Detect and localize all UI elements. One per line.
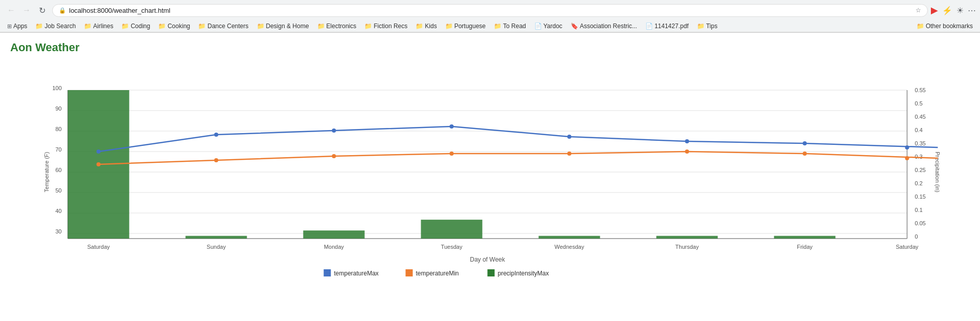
- y-right-0.40: 0.4: [915, 127, 923, 133]
- weather-chart-svg: 100 90 80 70 60 50 40 30 Temperature (F): [10, 65, 970, 280]
- legend-color-precip: [488, 269, 495, 276]
- folder-icon: 📁: [416, 23, 423, 30]
- bookmark-label: Portuguese: [454, 23, 486, 30]
- y-right-0.10: 0.1: [915, 207, 923, 213]
- temp-max-dot-thu: [685, 139, 689, 143]
- chart-container: 100 90 80 70 60 50 40 30 Temperature (F): [10, 65, 970, 281]
- menu-icon[interactable]: ⋯: [968, 6, 976, 15]
- x-label-mon: Monday: [324, 244, 344, 250]
- y-left-40: 40: [55, 208, 61, 214]
- y-right-0.05: 0.05: [915, 220, 926, 226]
- temp-min-dot-tue: [450, 152, 454, 156]
- browser-actions: ▶ ⚡ ☀ ⋯: [931, 5, 976, 16]
- temp-min-dot-sat2: [905, 156, 909, 160]
- bookmark-design-home[interactable]: 📁 Design & Home: [254, 22, 312, 31]
- x-label-sun: Sunday: [207, 244, 226, 250]
- page-icon: 📄: [534, 23, 542, 30]
- page-title: Aon Weather: [10, 41, 970, 54]
- bookmark-to-read[interactable]: 📁 To Read: [491, 22, 529, 31]
- bookmark-other[interactable]: 📁 Other bookmarks: [913, 22, 976, 31]
- address-bar-input[interactable]: [69, 7, 912, 14]
- address-bar-actions: ☆: [916, 7, 921, 14]
- bookmark-electronics[interactable]: 📁 Electronics: [314, 22, 360, 31]
- temp-min-dot-wed: [568, 152, 572, 156]
- y-right-0.45: 0.45: [915, 114, 926, 120]
- precip-bar-sunday: [186, 236, 247, 239]
- folder-icon: 📁: [917, 23, 924, 30]
- bookmark-yardoc[interactable]: 📄 Yardoc: [531, 22, 565, 31]
- cast-icon[interactable]: ☀: [956, 6, 964, 15]
- y-right-0.50: 0.5: [915, 100, 923, 106]
- bookmark-dance-centers[interactable]: 📁 Dance Centers: [195, 22, 251, 31]
- profile-icon[interactable]: ▶: [931, 5, 938, 16]
- bookmark-kids[interactable]: 📁 Kids: [412, 22, 440, 31]
- x-label-sat1: Saturday: [87, 244, 110, 250]
- y-left-80: 80: [55, 126, 61, 132]
- y-right-0.20: 0.2: [915, 180, 923, 186]
- y-right-0.25: 0.25: [915, 167, 926, 173]
- nav-buttons: ← → ↻: [4, 3, 49, 17]
- temp-max-dot-fri: [803, 141, 807, 145]
- bookmark-icon: 🔖: [571, 23, 578, 30]
- y-left-50: 50: [55, 187, 61, 194]
- browser-chrome: ← → ↻ 🔒 ☆ ▶ ⚡ ☀ ⋯ ⊞ Apps 📁 Job Search: [0, 0, 980, 33]
- y-right-0.35: 0.35: [915, 140, 926, 146]
- temp-min-dot-sun: [214, 158, 219, 162]
- bookmark-apps[interactable]: ⊞ Apps: [4, 22, 30, 31]
- bookmark-pdf[interactable]: 📄 1141427.pdf: [642, 22, 692, 31]
- bookmark-fiction-recs[interactable]: 📁 Fiction Recs: [361, 22, 410, 31]
- x-label-sat2: Saturday: [896, 244, 919, 250]
- bookmark-association[interactable]: 🔖 Association Restric...: [568, 22, 640, 31]
- bookmark-label: Coding: [130, 23, 150, 30]
- bookmark-label: Apps: [13, 23, 27, 30]
- bookmark-label: Job Search: [45, 23, 76, 30]
- temp-min-dot-mon: [332, 154, 336, 158]
- bookmark-label: Airlines: [93, 23, 113, 30]
- bookmark-label: Electronics: [326, 23, 357, 30]
- folder-icon: 📁: [317, 23, 325, 30]
- temp-max-line: [99, 126, 938, 152]
- folder-icon: 📁: [494, 23, 502, 30]
- address-bar-container: 🔒 ☆: [52, 4, 928, 17]
- legend-label-precip: precipIntensityMax: [498, 270, 549, 277]
- y-right-0.55: 0.55: [915, 87, 926, 93]
- temp-min-dot-sat: [97, 162, 101, 166]
- y-left-30: 30: [55, 228, 61, 234]
- bookmark-label: Design & Home: [266, 23, 309, 30]
- bookmark-label: Cooking: [167, 23, 190, 30]
- bookmark-coding[interactable]: 📁 Coding: [118, 22, 153, 31]
- temp-max-dot-sat: [97, 149, 101, 154]
- reload-button[interactable]: ↻: [35, 3, 49, 17]
- y-left-60: 60: [55, 167, 61, 173]
- bookmark-airlines[interactable]: 📁 Airlines: [81, 22, 116, 31]
- y-axis-left-label: Temperature (F): [43, 152, 50, 192]
- y-right-0: 0: [915, 233, 918, 240]
- temp-max-dot-sat2: [905, 145, 909, 149]
- pdf-icon: 📄: [645, 23, 653, 30]
- temp-max-dot-wed: [568, 135, 572, 139]
- bookmark-cooking[interactable]: 📁 Cooking: [155, 22, 193, 31]
- folder-icon: 📁: [158, 23, 166, 30]
- bookmarks-bar: ⊞ Apps 📁 Job Search 📁 Airlines 📁 Coding …: [0, 20, 980, 32]
- folder-icon: 📁: [84, 23, 92, 30]
- bookmark-tips[interactable]: 📁 Tips: [694, 22, 721, 31]
- bookmark-job-search[interactable]: 📁 Job Search: [32, 22, 79, 31]
- y-left-90: 90: [55, 105, 61, 112]
- y-left-100: 100: [52, 85, 61, 91]
- legend-color-tempmin: [406, 269, 413, 276]
- bookmark-label: Yardoc: [543, 23, 562, 30]
- x-label-fri: Friday: [797, 244, 813, 250]
- x-label-wed: Wednesday: [555, 244, 584, 250]
- folder-icon: 📁: [364, 23, 372, 30]
- precip-bar-monday: [303, 230, 365, 239]
- back-button[interactable]: ←: [4, 3, 18, 17]
- x-label-thu: Thursday: [676, 244, 699, 250]
- bookmark-portuguese[interactable]: 📁 Portuguese: [442, 22, 489, 31]
- x-label-tue: Tuesday: [441, 244, 463, 250]
- star-icon[interactable]: ☆: [916, 7, 921, 14]
- forward-button[interactable]: →: [19, 3, 34, 17]
- extension-icon[interactable]: ⚡: [942, 6, 952, 15]
- temp-max-dot-sun: [214, 133, 219, 137]
- legend-label-tempmin: temperatureMin: [416, 270, 459, 277]
- bookmark-label: Association Restric...: [580, 23, 637, 30]
